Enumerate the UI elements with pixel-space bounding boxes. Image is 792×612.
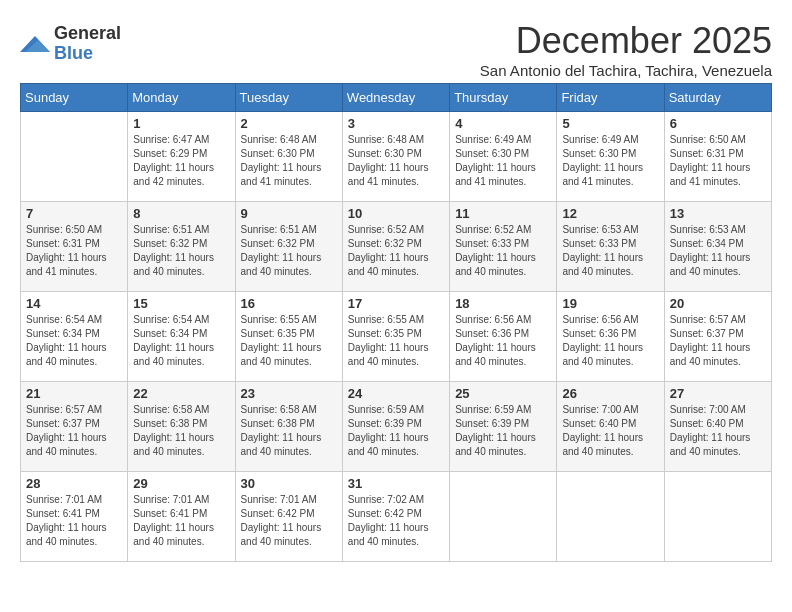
day-info: Sunrise: 6:49 AM Sunset: 6:30 PM Dayligh… (455, 133, 551, 189)
day-info: Sunrise: 6:49 AM Sunset: 6:30 PM Dayligh… (562, 133, 658, 189)
page-header: General Blue December 2025 San Antonio d… (20, 20, 772, 79)
day-number: 2 (241, 116, 337, 131)
calendar-cell: 17Sunrise: 6:55 AM Sunset: 6:35 PM Dayli… (342, 292, 449, 382)
calendar-cell: 4Sunrise: 6:49 AM Sunset: 6:30 PM Daylig… (450, 112, 557, 202)
logo-icon (20, 32, 50, 56)
weekday-header-row: SundayMondayTuesdayWednesdayThursdayFrid… (21, 84, 772, 112)
weekday-header-saturday: Saturday (664, 84, 771, 112)
calendar-cell: 21Sunrise: 6:57 AM Sunset: 6:37 PM Dayli… (21, 382, 128, 472)
calendar-cell: 31Sunrise: 7:02 AM Sunset: 6:42 PM Dayli… (342, 472, 449, 562)
calendar-cell: 5Sunrise: 6:49 AM Sunset: 6:30 PM Daylig… (557, 112, 664, 202)
title-block: December 2025 San Antonio del Tachira, T… (480, 20, 772, 79)
day-info: Sunrise: 6:54 AM Sunset: 6:34 PM Dayligh… (133, 313, 229, 369)
weekday-header-tuesday: Tuesday (235, 84, 342, 112)
day-number: 11 (455, 206, 551, 221)
weekday-header-friday: Friday (557, 84, 664, 112)
day-info: Sunrise: 6:51 AM Sunset: 6:32 PM Dayligh… (241, 223, 337, 279)
day-info: Sunrise: 6:55 AM Sunset: 6:35 PM Dayligh… (348, 313, 444, 369)
day-info: Sunrise: 7:02 AM Sunset: 6:42 PM Dayligh… (348, 493, 444, 549)
day-number: 5 (562, 116, 658, 131)
day-info: Sunrise: 7:01 AM Sunset: 6:41 PM Dayligh… (133, 493, 229, 549)
day-number: 8 (133, 206, 229, 221)
day-number: 18 (455, 296, 551, 311)
calendar-cell: 20Sunrise: 6:57 AM Sunset: 6:37 PM Dayli… (664, 292, 771, 382)
calendar-week-row: 14Sunrise: 6:54 AM Sunset: 6:34 PM Dayli… (21, 292, 772, 382)
day-number: 9 (241, 206, 337, 221)
calendar-cell: 18Sunrise: 6:56 AM Sunset: 6:36 PM Dayli… (450, 292, 557, 382)
calendar-cell: 22Sunrise: 6:58 AM Sunset: 6:38 PM Dayli… (128, 382, 235, 472)
day-number: 14 (26, 296, 122, 311)
calendar-cell: 3Sunrise: 6:48 AM Sunset: 6:30 PM Daylig… (342, 112, 449, 202)
day-number: 21 (26, 386, 122, 401)
calendar-cell (450, 472, 557, 562)
calendar-cell: 16Sunrise: 6:55 AM Sunset: 6:35 PM Dayli… (235, 292, 342, 382)
logo-blue-text: Blue (54, 43, 93, 63)
month-title: December 2025 (480, 20, 772, 62)
calendar-week-row: 1Sunrise: 6:47 AM Sunset: 6:29 PM Daylig… (21, 112, 772, 202)
day-info: Sunrise: 7:01 AM Sunset: 6:42 PM Dayligh… (241, 493, 337, 549)
day-number: 6 (670, 116, 766, 131)
day-number: 22 (133, 386, 229, 401)
calendar-cell: 24Sunrise: 6:59 AM Sunset: 6:39 PM Dayli… (342, 382, 449, 472)
day-number: 25 (455, 386, 551, 401)
day-number: 30 (241, 476, 337, 491)
calendar-cell: 12Sunrise: 6:53 AM Sunset: 6:33 PM Dayli… (557, 202, 664, 292)
calendar-cell (557, 472, 664, 562)
calendar-week-row: 7Sunrise: 6:50 AM Sunset: 6:31 PM Daylig… (21, 202, 772, 292)
calendar-cell: 14Sunrise: 6:54 AM Sunset: 6:34 PM Dayli… (21, 292, 128, 382)
day-info: Sunrise: 6:57 AM Sunset: 6:37 PM Dayligh… (26, 403, 122, 459)
calendar-cell (21, 112, 128, 202)
calendar-cell (664, 472, 771, 562)
day-info: Sunrise: 6:58 AM Sunset: 6:38 PM Dayligh… (241, 403, 337, 459)
calendar-cell: 9Sunrise: 6:51 AM Sunset: 6:32 PM Daylig… (235, 202, 342, 292)
day-info: Sunrise: 6:50 AM Sunset: 6:31 PM Dayligh… (26, 223, 122, 279)
location-title: San Antonio del Tachira, Tachira, Venezu… (480, 62, 772, 79)
day-info: Sunrise: 6:52 AM Sunset: 6:33 PM Dayligh… (455, 223, 551, 279)
day-info: Sunrise: 7:00 AM Sunset: 6:40 PM Dayligh… (562, 403, 658, 459)
day-number: 23 (241, 386, 337, 401)
day-info: Sunrise: 6:48 AM Sunset: 6:30 PM Dayligh… (348, 133, 444, 189)
day-info: Sunrise: 6:53 AM Sunset: 6:34 PM Dayligh… (670, 223, 766, 279)
day-info: Sunrise: 7:00 AM Sunset: 6:40 PM Dayligh… (670, 403, 766, 459)
calendar-cell: 30Sunrise: 7:01 AM Sunset: 6:42 PM Dayli… (235, 472, 342, 562)
day-info: Sunrise: 6:52 AM Sunset: 6:32 PM Dayligh… (348, 223, 444, 279)
day-info: Sunrise: 6:48 AM Sunset: 6:30 PM Dayligh… (241, 133, 337, 189)
day-info: Sunrise: 6:53 AM Sunset: 6:33 PM Dayligh… (562, 223, 658, 279)
day-number: 4 (455, 116, 551, 131)
calendar-cell: 29Sunrise: 7:01 AM Sunset: 6:41 PM Dayli… (128, 472, 235, 562)
day-info: Sunrise: 6:59 AM Sunset: 6:39 PM Dayligh… (348, 403, 444, 459)
weekday-header-sunday: Sunday (21, 84, 128, 112)
logo: General Blue (20, 24, 121, 64)
calendar-week-row: 21Sunrise: 6:57 AM Sunset: 6:37 PM Dayli… (21, 382, 772, 472)
day-info: Sunrise: 6:56 AM Sunset: 6:36 PM Dayligh… (562, 313, 658, 369)
day-info: Sunrise: 6:47 AM Sunset: 6:29 PM Dayligh… (133, 133, 229, 189)
day-number: 26 (562, 386, 658, 401)
day-number: 28 (26, 476, 122, 491)
day-number: 12 (562, 206, 658, 221)
day-info: Sunrise: 6:54 AM Sunset: 6:34 PM Dayligh… (26, 313, 122, 369)
day-info: Sunrise: 6:50 AM Sunset: 6:31 PM Dayligh… (670, 133, 766, 189)
weekday-header-wednesday: Wednesday (342, 84, 449, 112)
day-info: Sunrise: 7:01 AM Sunset: 6:41 PM Dayligh… (26, 493, 122, 549)
day-number: 19 (562, 296, 658, 311)
calendar-cell: 11Sunrise: 6:52 AM Sunset: 6:33 PM Dayli… (450, 202, 557, 292)
day-number: 31 (348, 476, 444, 491)
calendar-cell: 27Sunrise: 7:00 AM Sunset: 6:40 PM Dayli… (664, 382, 771, 472)
day-number: 17 (348, 296, 444, 311)
calendar-cell: 15Sunrise: 6:54 AM Sunset: 6:34 PM Dayli… (128, 292, 235, 382)
day-number: 29 (133, 476, 229, 491)
weekday-header-thursday: Thursday (450, 84, 557, 112)
day-number: 10 (348, 206, 444, 221)
calendar-cell: 1Sunrise: 6:47 AM Sunset: 6:29 PM Daylig… (128, 112, 235, 202)
calendar-cell: 23Sunrise: 6:58 AM Sunset: 6:38 PM Dayli… (235, 382, 342, 472)
calendar-cell: 2Sunrise: 6:48 AM Sunset: 6:30 PM Daylig… (235, 112, 342, 202)
day-number: 24 (348, 386, 444, 401)
day-number: 1 (133, 116, 229, 131)
day-info: Sunrise: 6:59 AM Sunset: 6:39 PM Dayligh… (455, 403, 551, 459)
calendar-cell: 7Sunrise: 6:50 AM Sunset: 6:31 PM Daylig… (21, 202, 128, 292)
logo-general-text: General (54, 23, 121, 43)
calendar-cell: 26Sunrise: 7:00 AM Sunset: 6:40 PM Dayli… (557, 382, 664, 472)
day-info: Sunrise: 6:58 AM Sunset: 6:38 PM Dayligh… (133, 403, 229, 459)
day-number: 20 (670, 296, 766, 311)
day-number: 7 (26, 206, 122, 221)
